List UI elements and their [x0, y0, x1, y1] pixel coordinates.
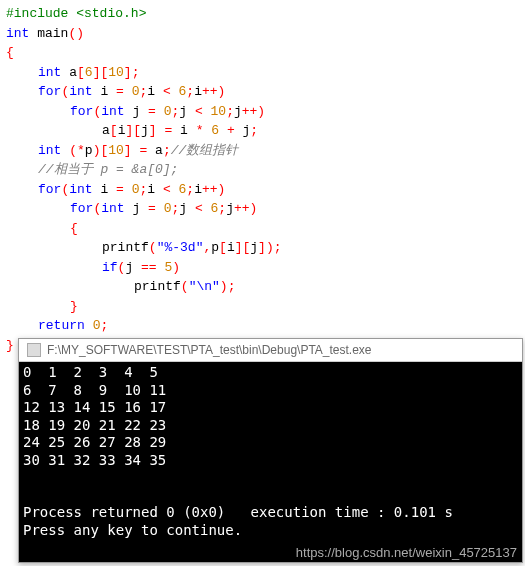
code-line: int main()	[6, 24, 519, 44]
app-icon	[27, 343, 41, 357]
console-output[interactable]: 0 1 2 3 4 5 6 7 8 9 10 11 12 13 14 15 16…	[19, 362, 522, 562]
code-line: int (*p)[10] = a;//数组指针	[6, 141, 519, 161]
code-line: //相当于 p = &a[0];	[6, 160, 519, 180]
code-line: printf("%-3d",p[i][j]);	[6, 238, 519, 258]
watermark: https://blog.csdn.net/weixin_45725137	[296, 545, 517, 560]
code-line: if(j == 5)	[6, 258, 519, 278]
code-line: #include <stdio.h>	[6, 4, 519, 24]
code-editor[interactable]: #include <stdio.h> int main() { int a[6]…	[0, 0, 525, 359]
console-title-bar[interactable]: F:\MY_SOFTWARE\TEST\PTA_test\bin\Debug\P…	[19, 339, 522, 362]
console-title: F:\MY_SOFTWARE\TEST\PTA_test\bin\Debug\P…	[47, 343, 372, 357]
code-line: for(int j = 0;j < 10;j++)	[6, 102, 519, 122]
code-line: int a[6][10];	[6, 63, 519, 83]
code-line: for(int i = 0;i < 6;i++)	[6, 82, 519, 102]
code-line: }	[6, 297, 519, 317]
console-window[interactable]: F:\MY_SOFTWARE\TEST\PTA_test\bin\Debug\P…	[18, 338, 523, 563]
code-line: return 0;	[6, 316, 519, 336]
code-line: a[i][j] = i * 6 + j;	[6, 121, 519, 141]
code-line: {	[6, 219, 519, 239]
code-line: printf("\n");	[6, 277, 519, 297]
code-line: for(int j = 0;j < 6;j++)	[6, 199, 519, 219]
code-line: {	[6, 43, 519, 63]
code-line: for(int i = 0;i < 6;i++)	[6, 180, 519, 200]
